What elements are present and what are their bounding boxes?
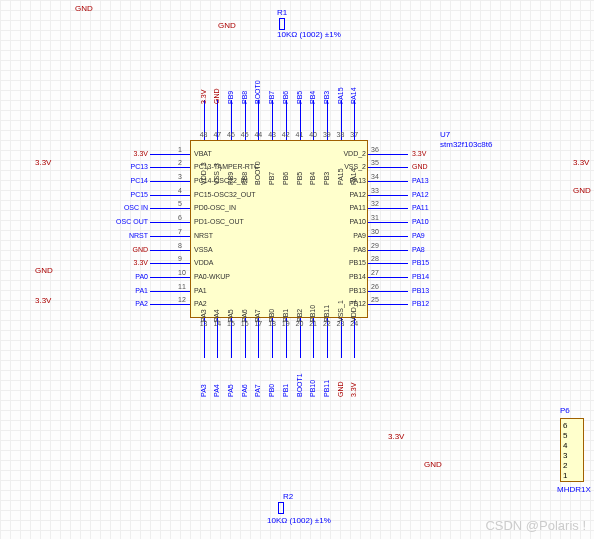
pin-num: 10 <box>178 269 186 276</box>
net-label: PC14 <box>110 177 148 184</box>
pin-stub <box>150 181 190 182</box>
pin-name: VSS_2 <box>332 163 366 170</box>
net-label: PB10 <box>309 380 316 397</box>
3v3-left: 3.3V <box>35 158 51 167</box>
net-label: 3.3V <box>412 150 426 157</box>
pin-num: 29 <box>371 242 379 249</box>
pin-name: PB15 <box>332 259 366 266</box>
pin-stub <box>368 181 408 182</box>
pin-name: PB2 <box>296 309 303 322</box>
ic-designator: U7 <box>440 130 450 139</box>
pin-stub <box>368 154 408 155</box>
net-label: GND <box>110 246 148 253</box>
pin-num: 48 <box>200 131 208 138</box>
ic-part: stm32f103c8t6 <box>440 140 492 149</box>
pin-name: PA10 <box>332 218 366 225</box>
net-label: 3.3V <box>110 150 148 157</box>
net-label: PA13 <box>412 177 429 184</box>
watermark: CSDN @Polaris ! <box>485 518 586 533</box>
net-label: GND <box>337 381 344 397</box>
r2-val: 10KΩ (1002) ±1% <box>267 516 331 525</box>
pin-name: PA4 <box>213 309 220 322</box>
pin-num: 8 <box>178 242 182 249</box>
3v3-top-left: GND <box>75 4 93 13</box>
net-label: PA8 <box>412 246 425 253</box>
pin-num: 33 <box>371 187 379 194</box>
pin-stub <box>150 263 190 264</box>
pin-stub <box>368 167 408 168</box>
pin-name: PC14-OSC32_IN <box>194 177 248 184</box>
pin-name: PD0-OSC_IN <box>194 204 236 211</box>
pin-name: VDDA <box>194 259 213 266</box>
pin-stub <box>368 208 408 209</box>
net-label: OSC OUT <box>110 218 148 225</box>
net-label: PA9 <box>412 232 425 239</box>
pin-num: 4 <box>178 187 182 194</box>
pin-name: PB10 <box>309 305 316 322</box>
r2-ref: R2 <box>283 492 293 501</box>
r2-body <box>278 502 284 514</box>
pin-num: 27 <box>371 269 379 276</box>
net-label: PB4 <box>309 91 316 104</box>
p6-part: MHDR1X <box>557 485 591 494</box>
pin-name: PA12 <box>332 191 366 198</box>
pin-name: VDD_1 <box>350 299 357 322</box>
pin-name: PB5 <box>296 172 303 185</box>
pin-stub <box>150 236 190 237</box>
pin-num: 34 <box>371 173 379 180</box>
pin-stub <box>150 291 190 292</box>
pin-stub <box>150 277 190 278</box>
gnd-left: GND <box>35 266 53 275</box>
pin-name: PA0-WKUP <box>194 273 230 280</box>
3v3-bottom: 3.3V <box>388 432 404 441</box>
net-label: PA12 <box>412 191 429 198</box>
pin-num: 6 <box>178 214 182 221</box>
pin-stub <box>150 208 190 209</box>
net-label: 3.3V <box>350 383 357 397</box>
pin-num: 28 <box>371 255 379 262</box>
pin-stub <box>368 304 408 305</box>
gnd-right: GND <box>573 186 591 195</box>
net-label: PB7 <box>268 91 275 104</box>
pin-num: 46 <box>227 131 235 138</box>
net-label: PA3 <box>200 384 207 397</box>
net-label: 3.3V <box>200 90 207 104</box>
net-label: PB8 <box>241 91 248 104</box>
pin-stub <box>368 277 408 278</box>
net-label: PB6 <box>282 91 289 104</box>
pin-name: PC15-OSC32_OUT <box>194 191 255 198</box>
pin-num: 43 <box>268 131 276 138</box>
pin-stub <box>368 236 408 237</box>
pin-num: 47 <box>213 131 221 138</box>
net-label: PB13 <box>412 287 429 294</box>
pin-num: 35 <box>371 159 379 166</box>
pin-name: PB0 <box>268 309 275 322</box>
pin-num: 36 <box>371 146 379 153</box>
pin-num: 11 <box>178 283 186 290</box>
pin-name: PB13 <box>332 287 366 294</box>
net-label: PA0 <box>110 273 148 280</box>
net-label: PA5 <box>227 384 234 397</box>
pin-name: VSS_1 <box>337 300 344 322</box>
pin-name: VBAT <box>194 150 212 157</box>
3v3-right: 3.3V <box>573 158 589 167</box>
net-label: PB5 <box>296 91 303 104</box>
pin-name: PA7 <box>254 309 261 322</box>
pin-num: 32 <box>371 200 379 207</box>
pin-num: 30 <box>371 228 379 235</box>
p6-ref: P6 <box>560 406 570 415</box>
pin-num: 31 <box>371 214 379 221</box>
net-label: PA15 <box>337 87 344 104</box>
pin-num: 41 <box>296 131 304 138</box>
pin-name: PA9 <box>332 232 366 239</box>
pin-name: PD1-OSC_OUT <box>194 218 244 225</box>
pin-name: PA13 <box>332 177 366 184</box>
net-label: PA2 <box>110 300 148 307</box>
net-label: PB3 <box>323 91 330 104</box>
pin-name: PB14 <box>332 273 366 280</box>
pin-stub <box>368 291 408 292</box>
pin-stub <box>368 263 408 264</box>
r1-val: 10KΩ (1002) ±1% <box>277 30 341 39</box>
pin-num: 1 <box>178 146 182 153</box>
net-label: GND <box>412 163 428 170</box>
